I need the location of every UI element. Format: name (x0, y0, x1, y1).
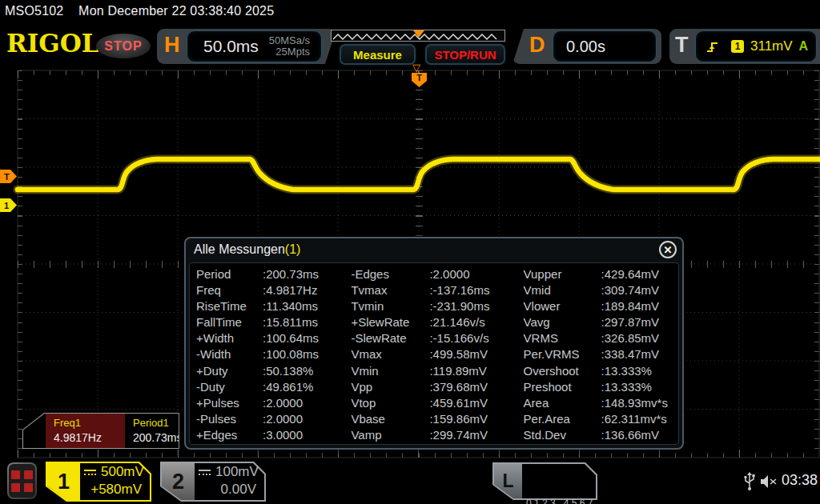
measure-row: -Duty:49.861% (196, 380, 351, 396)
measure-row: Vpp:379.68mV (351, 380, 523, 396)
measure-row: Per.VRMS:338.47mV (524, 347, 678, 363)
measure-label: Vbase (351, 412, 429, 428)
readout-freq1-label: Freq1 (54, 417, 125, 429)
measure-label: Vupper (524, 267, 601, 283)
measure-row: Vavg:297.87mV (524, 315, 678, 331)
measure-row: +SlewRate:21.146v/s (351, 315, 523, 331)
measure-panel-count: (1) (285, 242, 301, 257)
readout-freq1-value: 4.9817Hz (54, 431, 125, 444)
measure-row: Tvmax:-137.16ms (351, 283, 523, 299)
measure-label: Preshoot (524, 380, 601, 396)
measure-row: FallTime:15.811ms (196, 315, 351, 331)
measure-value: :309.74mV (601, 283, 660, 299)
measure-column-1: Period:200.73msFreq:4.9817HzRiseTime:11.… (196, 267, 351, 444)
measure-label: FallTime (196, 315, 263, 331)
measure-row: +Width:100.64ms (196, 331, 351, 347)
measure-row: VRMS:326.85mV (524, 331, 678, 347)
channel2-number: 2 (162, 463, 195, 500)
measure-row: -Edges:2.0000 (351, 267, 523, 283)
measure-row: Per.Area:62.311mv*s (524, 412, 678, 428)
measure-label: Freq (196, 283, 263, 299)
measure-row: -Width:100.08ms (196, 347, 351, 363)
channel2-offset: 0.00V (199, 482, 259, 498)
logic-row-1: 0 1 2 3 4 5 6 7 (526, 496, 593, 504)
measure-value: :2.0000 (263, 396, 303, 412)
measurement-readout-inner: Freq1 4.9817Hz Period1 200.73ms (23, 414, 179, 448)
measure-label: +Pulses (196, 396, 263, 412)
measure-value: :15.811ms (263, 315, 318, 331)
measure-value: :159.86mV (429, 412, 488, 428)
readout-cell-period1[interactable]: Period1 200.73ms (125, 414, 179, 448)
measure-value: :-15.166v/s (429, 331, 488, 347)
measure-value: :338.47mV (601, 347, 660, 363)
measure-value: :326.85mV (601, 331, 660, 347)
speaker-mute-icon (759, 474, 778, 490)
measure-label: Per.Area (524, 412, 601, 428)
measure-label: Overshoot (524, 364, 601, 380)
measure-value: :189.84mV (601, 299, 660, 315)
measure-value: :3.0000 (263, 428, 303, 444)
measure-value: :148.93mv*s (601, 396, 668, 412)
readout-period1-label: Period1 (133, 417, 179, 429)
measure-label: -Duty (196, 380, 263, 396)
measure-label: +Duty (196, 364, 263, 380)
measure-value: :459.61mV (429, 396, 488, 412)
measure-value: :429.64mV (601, 267, 660, 283)
close-icon[interactable]: ✕ (659, 241, 677, 258)
channel2-badge[interactable]: 2 100mV 0.00V (160, 462, 266, 502)
measure-row: +Duty:50.138% (196, 364, 351, 380)
measure-label: +Width (196, 331, 263, 347)
logic-channels-badge[interactable]: L 0 1 2 3 4 5 6 7 8 9 1011 12131415 (492, 462, 597, 500)
measure-value: :2.0000 (429, 267, 469, 283)
measure-label: -Edges (351, 267, 429, 283)
measure-value: :21.146v/s (429, 315, 484, 331)
measure-label: VRMS (524, 331, 601, 347)
measure-row: Vbase:159.86mV (351, 412, 523, 428)
oscilloscope-screen: MSO5102 Mon December 22 03:38:40 2025 RI… (0, 0, 820, 504)
measure-label: Vmax (351, 347, 429, 363)
measure-value: :136.66mV (601, 428, 660, 444)
measurement-readout-box: Freq1 4.9817Hz Period1 200.73ms (22, 413, 179, 449)
channel2-readout: 100mV 0.00V (199, 464, 259, 499)
readout-period1-value: 200.73ms (133, 431, 179, 444)
measure-row: -Pulses:2.0000 (196, 412, 351, 428)
measure-value: :100.08ms (263, 347, 319, 363)
menu-grid-button[interactable] (7, 462, 37, 499)
measure-row: Tvmin:-231.90ms (351, 299, 523, 315)
measure-row: Vupper:429.64mV (524, 267, 678, 283)
measure-label: Vamp (351, 428, 429, 444)
measure-label: Period (196, 267, 263, 283)
measure-label: Vlower (524, 299, 601, 315)
measure-label: Tvmin (351, 299, 429, 315)
measure-panel-title: Alle Messungen (1) (186, 238, 682, 261)
measure-value: :50.138% (263, 364, 313, 380)
measure-row: Vlower:189.84mV (524, 299, 678, 315)
channel1-offset: +580mV (84, 482, 145, 498)
channel1-readout: 500mV +580mV (84, 464, 145, 499)
logic-label: L (494, 464, 522, 498)
dc-coupling-icon (84, 470, 96, 475)
measure-label: Std.Dev (524, 428, 601, 444)
measure-panel-body: Period:200.73msFreq:4.9817HzRiseTime:11.… (189, 262, 679, 445)
measure-row: Vamp:299.74mV (351, 428, 523, 444)
measure-row: Vtop:459.61mV (351, 396, 523, 412)
readout-cell-freq1[interactable]: Freq1 4.9817Hz (46, 414, 125, 448)
measure-value: :13.333% (601, 380, 652, 396)
measure-column-3: Vupper:429.64mVVmid:309.74mVVlower:189.8… (524, 267, 678, 444)
measure-row: Period:200.73ms (196, 267, 351, 283)
measure-value: :100.64ms (263, 331, 319, 347)
measure-label: -Pulses (196, 412, 263, 428)
logic-channel-numbers: 0 1 2 3 4 5 6 7 8 9 1011 12131415 (526, 466, 593, 497)
measure-label: RiseTime (196, 299, 263, 315)
measure-label: Per.VRMS (524, 347, 601, 363)
measure-value: :299.74mV (429, 428, 488, 444)
measure-value: :297.87mV (601, 315, 660, 331)
usb-icon (743, 472, 756, 491)
channel1-badge[interactable]: 1 500mV +580mV (46, 462, 151, 502)
dc-coupling-icon (199, 470, 211, 475)
channel2-scale: 100mV (215, 464, 259, 480)
measure-value: :62.311mv*s (601, 412, 667, 428)
measure-row: +Pulses:2.0000 (196, 396, 351, 412)
measure-row: Area:148.93mv*s (524, 396, 678, 412)
measure-row: Vmax:499.58mV (351, 347, 523, 363)
